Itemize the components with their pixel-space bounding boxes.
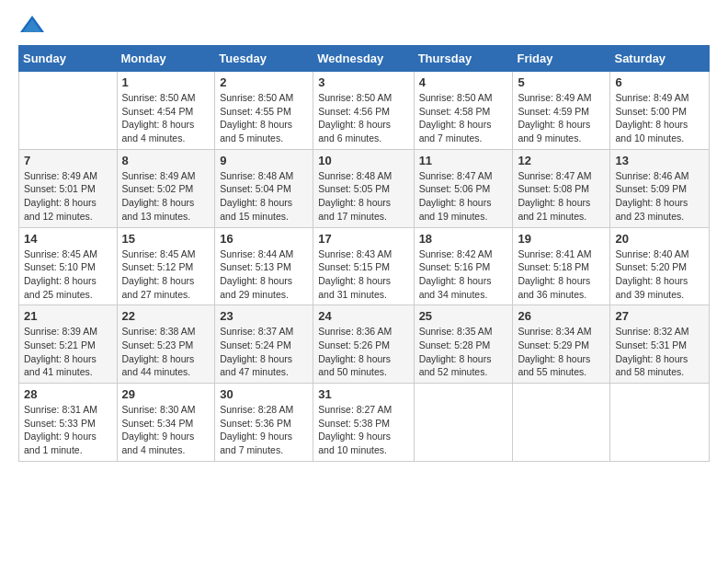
calendar-day-cell: 9Sunrise: 8:48 AM Sunset: 5:04 PM Daylig… (215, 149, 313, 227)
calendar-week-row: 21Sunrise: 8:39 AM Sunset: 5:21 PM Dayli… (19, 305, 710, 384)
calendar-day-cell: 19Sunrise: 8:41 AM Sunset: 5:18 PM Dayli… (513, 227, 610, 305)
day-number: 31 (318, 387, 408, 401)
day-number: 18 (419, 232, 508, 246)
calendar-day-cell: 17Sunrise: 8:43 AM Sunset: 5:15 PM Dayli… (313, 227, 414, 305)
calendar-day-cell (610, 384, 710, 462)
day-info: Sunrise: 8:44 AM Sunset: 5:13 PM Dayligh… (220, 247, 308, 302)
day-number: 25 (419, 309, 508, 323)
day-info: Sunrise: 8:45 AM Sunset: 5:12 PM Dayligh… (122, 247, 210, 302)
day-number: 3 (318, 75, 408, 89)
day-of-week-header: Friday (513, 46, 610, 72)
calendar-day-cell: 3Sunrise: 8:50 AM Sunset: 4:56 PM Daylig… (313, 72, 414, 150)
calendar-day-cell: 15Sunrise: 8:45 AM Sunset: 5:12 PM Dayli… (117, 227, 215, 305)
day-info: Sunrise: 8:35 AM Sunset: 5:28 PM Dayligh… (419, 325, 508, 379)
day-number: 23 (220, 309, 308, 323)
day-number: 10 (318, 154, 408, 167)
calendar-day-cell: 4Sunrise: 8:50 AM Sunset: 4:58 PM Daylig… (414, 72, 513, 150)
day-of-week-header: Monday (117, 46, 215, 72)
day-of-week-header: Sunday (19, 46, 118, 72)
calendar-day-cell: 13Sunrise: 8:46 AM Sunset: 5:09 PM Dayli… (610, 149, 710, 227)
day-number: 30 (220, 387, 308, 401)
calendar-week-row: 1Sunrise: 8:50 AM Sunset: 4:54 PM Daylig… (19, 72, 710, 150)
calendar-day-cell: 12Sunrise: 8:47 AM Sunset: 5:08 PM Dayli… (513, 149, 610, 227)
calendar-day-cell: 11Sunrise: 8:47 AM Sunset: 5:06 PM Dayli… (414, 149, 513, 227)
day-number: 28 (24, 387, 112, 401)
calendar-day-cell: 16Sunrise: 8:44 AM Sunset: 5:13 PM Dayli… (215, 227, 313, 305)
day-info: Sunrise: 8:46 AM Sunset: 5:09 PM Dayligh… (615, 169, 704, 224)
day-info: Sunrise: 8:31 AM Sunset: 5:33 PM Dayligh… (24, 403, 112, 457)
calendar-day-cell: 26Sunrise: 8:34 AM Sunset: 5:29 PM Dayli… (513, 305, 610, 384)
day-number: 21 (24, 309, 112, 323)
calendar-week-row: 28Sunrise: 8:31 AM Sunset: 5:33 PM Dayli… (19, 384, 710, 462)
day-info: Sunrise: 8:48 AM Sunset: 5:05 PM Dayligh… (318, 169, 408, 224)
day-number: 12 (518, 154, 605, 167)
calendar-day-cell: 30Sunrise: 8:28 AM Sunset: 5:36 PM Dayli… (215, 384, 313, 462)
day-number: 26 (518, 309, 605, 323)
day-info: Sunrise: 8:50 AM Sunset: 4:56 PM Dayligh… (318, 91, 408, 145)
day-number: 15 (122, 232, 210, 246)
day-number: 16 (220, 232, 308, 246)
calendar-body: 1Sunrise: 8:50 AM Sunset: 4:54 PM Daylig… (19, 72, 710, 462)
day-info: Sunrise: 8:47 AM Sunset: 5:08 PM Dayligh… (518, 169, 605, 224)
calendar-day-cell: 5Sunrise: 8:49 AM Sunset: 4:59 PM Daylig… (513, 72, 610, 150)
day-info: Sunrise: 8:49 AM Sunset: 5:00 PM Dayligh… (615, 91, 704, 145)
calendar-day-cell: 7Sunrise: 8:49 AM Sunset: 5:01 PM Daylig… (19, 149, 118, 227)
day-info: Sunrise: 8:38 AM Sunset: 5:23 PM Dayligh… (122, 325, 210, 379)
calendar-day-cell: 20Sunrise: 8:40 AM Sunset: 5:20 PM Dayli… (610, 227, 710, 305)
day-number: 6 (615, 75, 704, 89)
day-of-week-header: Thursday (414, 46, 513, 72)
day-number: 1 (122, 75, 210, 89)
day-number: 13 (615, 154, 704, 167)
day-info: Sunrise: 8:47 AM Sunset: 5:06 PM Dayligh… (419, 169, 508, 224)
page: SundayMondayTuesdayWednesdayThursdayFrid… (0, 0, 728, 563)
calendar-day-cell: 25Sunrise: 8:35 AM Sunset: 5:28 PM Dayli… (414, 305, 513, 384)
calendar-day-cell: 6Sunrise: 8:49 AM Sunset: 5:00 PM Daylig… (610, 72, 710, 150)
day-info: Sunrise: 8:50 AM Sunset: 4:54 PM Dayligh… (122, 91, 210, 145)
day-of-week-header: Tuesday (215, 46, 313, 72)
day-info: Sunrise: 8:49 AM Sunset: 5:01 PM Dayligh… (24, 169, 112, 224)
calendar-day-cell: 21Sunrise: 8:39 AM Sunset: 5:21 PM Dayli… (19, 305, 118, 384)
day-info: Sunrise: 8:50 AM Sunset: 4:55 PM Dayligh… (220, 91, 308, 145)
calendar-day-cell: 10Sunrise: 8:48 AM Sunset: 5:05 PM Dayli… (313, 149, 414, 227)
calendar-day-cell: 14Sunrise: 8:45 AM Sunset: 5:10 PM Dayli… (19, 227, 118, 305)
calendar-day-cell: 18Sunrise: 8:42 AM Sunset: 5:16 PM Dayli… (414, 227, 513, 305)
calendar-day-cell: 8Sunrise: 8:49 AM Sunset: 5:02 PM Daylig… (117, 149, 215, 227)
calendar-day-cell: 28Sunrise: 8:31 AM Sunset: 5:33 PM Dayli… (19, 384, 118, 462)
day-info: Sunrise: 8:41 AM Sunset: 5:18 PM Dayligh… (518, 247, 605, 302)
day-info: Sunrise: 8:28 AM Sunset: 5:36 PM Dayligh… (220, 403, 308, 457)
day-of-week-header: Wednesday (313, 46, 414, 72)
header (18, 14, 710, 36)
day-number: 5 (518, 75, 605, 89)
day-info: Sunrise: 8:39 AM Sunset: 5:21 PM Dayligh… (24, 325, 112, 379)
day-number: 4 (419, 75, 508, 89)
calendar-table: SundayMondayTuesdayWednesdayThursdayFrid… (18, 45, 710, 462)
day-info: Sunrise: 8:48 AM Sunset: 5:04 PM Dayligh… (220, 169, 308, 224)
day-number: 29 (122, 387, 210, 401)
day-number: 27 (615, 309, 704, 323)
calendar-day-cell: 2Sunrise: 8:50 AM Sunset: 4:55 PM Daylig… (215, 72, 313, 150)
day-number: 11 (419, 154, 508, 167)
day-info: Sunrise: 8:50 AM Sunset: 4:58 PM Dayligh… (419, 91, 508, 145)
day-info: Sunrise: 8:32 AM Sunset: 5:31 PM Dayligh… (615, 325, 704, 379)
day-number: 8 (122, 154, 210, 167)
day-info: Sunrise: 8:49 AM Sunset: 4:59 PM Dayligh… (518, 91, 605, 145)
day-info: Sunrise: 8:43 AM Sunset: 5:15 PM Dayligh… (318, 247, 408, 302)
day-number: 2 (220, 75, 308, 89)
day-info: Sunrise: 8:34 AM Sunset: 5:29 PM Dayligh… (518, 325, 605, 379)
calendar-day-cell: 22Sunrise: 8:38 AM Sunset: 5:23 PM Dayli… (117, 305, 215, 384)
day-info: Sunrise: 8:45 AM Sunset: 5:10 PM Dayligh… (24, 247, 112, 302)
day-number: 7 (24, 154, 112, 167)
calendar-day-cell: 24Sunrise: 8:36 AM Sunset: 5:26 PM Dayli… (313, 305, 414, 384)
calendar-day-cell: 27Sunrise: 8:32 AM Sunset: 5:31 PM Dayli… (610, 305, 710, 384)
day-info: Sunrise: 8:37 AM Sunset: 5:24 PM Dayligh… (220, 325, 308, 379)
day-info: Sunrise: 8:36 AM Sunset: 5:26 PM Dayligh… (318, 325, 408, 379)
calendar-day-cell (513, 384, 610, 462)
day-info: Sunrise: 8:30 AM Sunset: 5:34 PM Dayligh… (122, 403, 210, 457)
logo-icon (18, 14, 46, 36)
calendar-day-cell: 23Sunrise: 8:37 AM Sunset: 5:24 PM Dayli… (215, 305, 313, 384)
calendar-day-cell (19, 72, 118, 150)
day-number: 24 (318, 309, 408, 323)
day-number: 19 (518, 232, 605, 246)
day-number: 20 (615, 232, 704, 246)
calendar-day-cell: 1Sunrise: 8:50 AM Sunset: 4:54 PM Daylig… (117, 72, 215, 150)
